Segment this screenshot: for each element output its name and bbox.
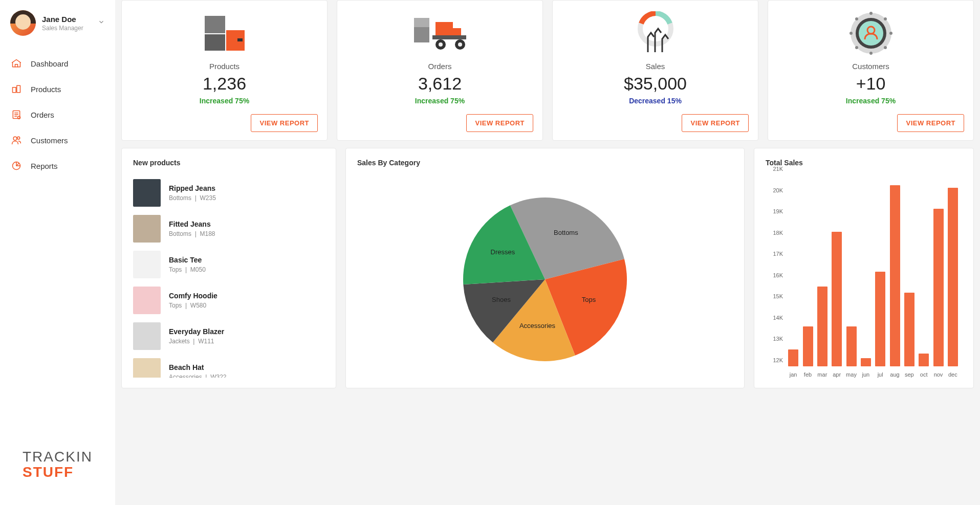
svg-point-31 xyxy=(889,32,892,35)
new-products-panel: New products Ripped Jeans Bottoms | W235… xyxy=(121,148,336,388)
bar xyxy=(817,287,827,366)
svg-rect-13 xyxy=(237,38,243,41)
svg-point-34 xyxy=(855,46,858,49)
x-tick: aug xyxy=(890,371,899,378)
list-item[interactable]: Everyday Blazer Jackets | W111 xyxy=(133,318,322,354)
avatar xyxy=(10,10,36,36)
x-tick: mar xyxy=(817,371,827,378)
y-tick: 21K xyxy=(773,166,783,172)
logo-line2: STUFF xyxy=(23,464,74,480)
summary-card-orders: Orders 3,612 Increased 75% VIEW REPORT xyxy=(337,0,543,141)
bar xyxy=(904,293,914,366)
svg-rect-0 xyxy=(13,87,16,93)
product-thumb xyxy=(133,251,161,278)
nav-label: Orders xyxy=(31,111,54,119)
svg-point-22 xyxy=(458,42,462,47)
sidebar-item-dashboard[interactable]: Dashboard xyxy=(0,51,115,76)
product-thumb xyxy=(133,215,161,243)
bar xyxy=(803,326,813,366)
product-meta: Tops | M050 xyxy=(169,266,206,273)
sidebar-item-orders[interactable]: Orders xyxy=(0,102,115,127)
card-label: Products xyxy=(209,62,239,71)
panel-title: New products xyxy=(133,159,324,167)
product-thumb xyxy=(133,322,161,350)
list-item[interactable]: Beach Hat Accessories | W322 xyxy=(133,354,322,378)
product-name: Fitted Jeans xyxy=(169,220,215,228)
x-tick: jul xyxy=(878,371,883,378)
svg-rect-1 xyxy=(17,85,20,92)
svg-rect-18 xyxy=(432,35,466,39)
summary-cards: Products 1,236 Increased 75% VIEW REPORT… xyxy=(121,0,974,141)
y-tick: 14K xyxy=(773,315,783,321)
x-tick: feb xyxy=(804,371,812,378)
x-tick: jan xyxy=(790,371,797,378)
svg-point-35 xyxy=(884,46,887,49)
y-tick: 16K xyxy=(773,272,783,278)
list-item[interactable]: Ripped Jeans Bottoms | W235 xyxy=(133,175,322,211)
reports-icon xyxy=(11,161,21,171)
sidebar-item-customers[interactable]: Customers xyxy=(0,128,115,152)
x-tick: oct xyxy=(920,371,928,378)
sidebar-item-products[interactable]: Products xyxy=(0,77,115,101)
card-value: 3,612 xyxy=(418,74,462,94)
list-item[interactable]: Comfy Hoodie Tops | W580 xyxy=(133,282,322,318)
pie-label: Shoes xyxy=(492,296,511,303)
main: Products 1,236 Increased 75% VIEW REPORT… xyxy=(115,0,980,505)
logo-line1: TRACKIN xyxy=(23,449,93,465)
y-tick: 17K xyxy=(773,251,783,257)
svg-point-8 xyxy=(17,137,20,139)
svg-point-28 xyxy=(869,12,873,15)
list-item[interactable]: Basic Tee Tops | M050 xyxy=(133,247,322,282)
product-meta: Tops | W580 xyxy=(169,302,217,309)
x-tick: may xyxy=(846,371,857,378)
list-item[interactable]: Fitted Jeans Bottoms | M188 xyxy=(133,211,322,247)
user-menu[interactable]: Jane Doe Sales Manager xyxy=(0,10,115,48)
bar xyxy=(861,358,871,366)
card-label: Sales xyxy=(646,62,665,71)
view-report-button[interactable]: VIEW REPORT xyxy=(897,114,964,132)
svg-rect-16 xyxy=(435,22,453,35)
summary-card-sales: Sales $35,000 Decreased 15% VIEW REPORT xyxy=(552,0,758,141)
svg-rect-10 xyxy=(205,16,225,33)
dashboard-icon xyxy=(11,58,21,69)
product-meta: Bottoms | M188 xyxy=(169,230,215,237)
x-tick: dec xyxy=(948,371,957,378)
card-delta: Decreased 15% xyxy=(629,97,682,105)
summary-card-products: Products 1,236 Increased 75% VIEW REPORT xyxy=(121,0,328,141)
view-report-button[interactable]: VIEW REPORT xyxy=(251,114,318,132)
x-tick: jun xyxy=(862,371,869,378)
view-report-button[interactable]: VIEW REPORT xyxy=(682,114,749,132)
new-products-list[interactable]: Ripped Jeans Bottoms | W235 Fitted Jeans… xyxy=(133,175,324,378)
product-name: Comfy Hoodie xyxy=(169,292,217,300)
summary-card-customers: Customers +10 Increased 75% VIEW REPORT xyxy=(768,0,974,141)
total-sales-panel: Total Sales 12K13K14K15K16K17K18K19K20K2… xyxy=(754,148,974,388)
svg-point-7 xyxy=(13,137,17,140)
customers-icon xyxy=(11,135,21,145)
svg-point-29 xyxy=(869,52,873,55)
product-thumb xyxy=(133,179,161,207)
customers-illustration-icon xyxy=(848,12,894,55)
products-icon xyxy=(11,84,21,94)
y-tick: 18K xyxy=(773,230,783,236)
view-report-button[interactable]: VIEW REPORT xyxy=(466,114,533,132)
panel-title: Sales By Category xyxy=(357,159,733,167)
y-tick: 19K xyxy=(773,208,783,214)
nav-label: Customers xyxy=(31,136,68,145)
product-meta: Accessories | W322 xyxy=(169,374,227,378)
svg-rect-14 xyxy=(414,27,429,42)
x-tick: apr xyxy=(833,371,841,378)
card-label: Customers xyxy=(852,62,889,71)
sales-illustration-icon xyxy=(633,12,679,55)
x-tick: nov xyxy=(934,371,943,378)
x-tick: sep xyxy=(905,371,914,378)
product-name: Basic Tee xyxy=(169,256,206,264)
product-name: Beach Hat xyxy=(169,363,227,371)
logo: TRACKIN STUFF xyxy=(0,449,115,495)
product-meta: Bottoms | W235 xyxy=(169,194,216,202)
orders-illustration-icon xyxy=(412,12,468,55)
sidebar-item-reports[interactable]: Reports xyxy=(0,153,115,178)
product-thumb xyxy=(133,358,161,378)
bar xyxy=(832,232,842,366)
nav-label: Reports xyxy=(31,162,58,170)
svg-point-30 xyxy=(850,32,853,35)
